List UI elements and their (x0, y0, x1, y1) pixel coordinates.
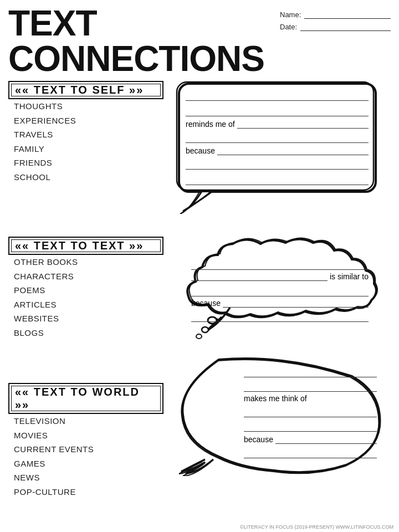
bubble1-line1[interactable] (186, 89, 369, 101)
header-area: TEXT CONNECTIONS Name: Date: (8, 6, 391, 76)
list-item: GAMES (14, 457, 163, 471)
leaf-bubble-3: makes me think of because (175, 354, 385, 478)
section-header-self: «« TEXT TO SELF »» (8, 81, 163, 99)
section-header-text-label: «« TEXT TO TEXT »» (15, 239, 144, 252)
bubble2-because: because (191, 299, 369, 308)
right-column: reminds me of because (163, 81, 391, 532)
because-text-1: because (186, 146, 215, 155)
bubble2-content: is similar to because (191, 258, 369, 322)
date-field[interactable] (300, 22, 391, 31)
speech-bubble-1: reminds me of because (175, 81, 385, 216)
left-column: «« TEXT TO SELF »» THOUGHTS EXPERIENCES … (8, 81, 163, 532)
bubble3-line3[interactable] (244, 405, 377, 417)
bubble1-line3[interactable] (186, 131, 369, 143)
is-similar-to-text: is similar to (330, 272, 369, 281)
bubble1-line2[interactable] (186, 104, 369, 116)
list-item: FAMILY (14, 142, 163, 156)
bubble3-line5[interactable] (244, 446, 377, 458)
bubble1-reminds: reminds me of (186, 120, 369, 129)
name-date-area: Name: Date: (280, 10, 391, 31)
bubble1-line4[interactable] (186, 157, 369, 170)
list-item: THOUGHTS (14, 99, 163, 114)
name-field[interactable] (304, 10, 391, 19)
list-item: SCHOOL (14, 170, 163, 185)
bubble2-similar: is similar to (191, 272, 369, 281)
thought-bubble-2: is similar to because (175, 227, 385, 346)
list-item: POP-CULTURE (14, 485, 163, 499)
list-item: MOVIES (14, 428, 163, 443)
list-item: NEWS (14, 470, 163, 485)
section-text-to-text: «« TEXT TO TEXT »» OTHER BOOKS CHARACTER… (8, 237, 163, 345)
bubble2-line3[interactable] (191, 310, 369, 322)
list-item: OTHER BOOKS (14, 255, 163, 269)
name-label: Name: (280, 11, 301, 19)
section-text-to-self: «« TEXT TO SELF »» THOUGHTS EXPERIENCES … (8, 81, 163, 190)
section-text-items: OTHER BOOKS CHARACTERS POEMS ARTICLES WE… (8, 255, 163, 340)
list-item: TELEVISION (14, 414, 163, 428)
list-item: FRIENDS (14, 156, 163, 170)
bubble2-line1[interactable] (191, 258, 369, 270)
date-label: Date: (280, 23, 297, 31)
because-text-3: because (244, 435, 273, 444)
section-header-self-label: «« TEXT TO SELF »» (15, 84, 144, 96)
page-title: TEXT CONNECTIONS (8, 6, 280, 76)
section-header-world-label: «« TEXT TO WORLD »» (15, 386, 140, 411)
list-item: CHARACTERS (14, 269, 163, 284)
list-item: CURRENT EVENTS (14, 442, 163, 457)
page: TEXT CONNECTIONS Name: Date: «« TEXT TO … (0, 0, 399, 532)
bubble3-because: because (244, 435, 377, 444)
section-text-to-world: «« TEXT TO WORLD »» TELEVISION MOVIES CU… (8, 383, 163, 504)
list-item: TRAVELS (14, 127, 163, 142)
list-item: POEMS (14, 283, 163, 298)
main-layout: «« TEXT TO SELF »» THOUGHTS EXPERIENCES … (8, 81, 391, 532)
svg-point-4 (196, 334, 202, 339)
copyright: ©LITERACY IN FOCUS (2019-PRESENT) WWW.LI… (240, 524, 393, 530)
list-item: WEBSITES (14, 311, 163, 326)
bubble1-content: reminds me of because (186, 89, 369, 185)
list-item: EXPERIENCES (14, 114, 163, 128)
section-world-items: TELEVISION MOVIES CURRENT EVENTS GAMES N… (8, 414, 163, 499)
list-item: BLOGS (14, 326, 163, 340)
reminds-me-of-text: reminds me of (186, 120, 235, 129)
because-text-2: because (191, 299, 221, 308)
bubble3-line4[interactable] (244, 420, 377, 432)
list-item: ARTICLES (14, 298, 163, 312)
section-self-items: THOUGHTS EXPERIENCES TRAVELS FAMILY FRIE… (8, 99, 163, 184)
makes-me-think-text: makes me think of (244, 394, 307, 403)
section-header-text: «« TEXT TO TEXT »» (8, 237, 163, 255)
bubble2-line2[interactable] (191, 284, 369, 296)
name-line: Name: (280, 10, 391, 19)
bubble3-line2[interactable] (244, 380, 377, 392)
bubble3-content: makes me think of because (244, 365, 377, 458)
bubble3-line1[interactable] (244, 365, 377, 377)
bubble1-because: because (186, 146, 369, 155)
section-header-world: «« TEXT TO WORLD »» (8, 383, 163, 414)
bubble3-thinks: makes me think of (244, 394, 377, 403)
svg-point-3 (202, 327, 208, 332)
bubble1-line5[interactable] (186, 173, 369, 185)
date-line: Date: (280, 22, 391, 31)
